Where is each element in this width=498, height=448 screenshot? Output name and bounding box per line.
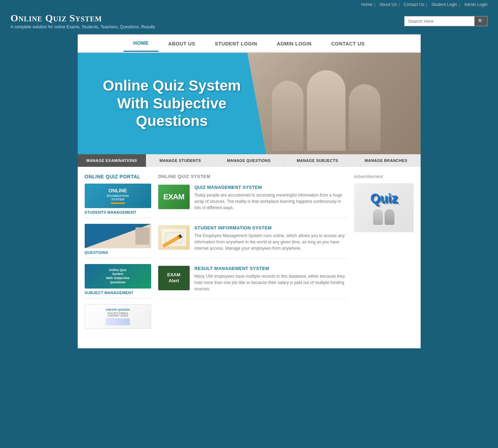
tab-manage-examinations[interactable]: MANAGE EXAMINATIONS: [78, 154, 146, 167]
article-thumb-result: EXAMAlert: [158, 266, 190, 290]
sep2: |: [399, 2, 400, 7]
feature-tabs: MANAGE EXAMINATIONS MANAGE STUDENTS MANA…: [78, 154, 421, 167]
article-title-quiz-mgmt: QUIZ MANAGEMENT SYSTEM: [195, 185, 347, 190]
article-body-result-mgmt: RESULT MANAGEMENT SYSTEM Many UW employe…: [195, 266, 347, 292]
topbar-home-link[interactable]: Home: [361, 2, 372, 7]
figure-left: [373, 209, 383, 225]
tab-manage-subjects[interactable]: MANAGE SUBJECTS: [283, 154, 352, 167]
topbar-about-link[interactable]: About Us: [379, 2, 397, 7]
sidebar-thumb-questions: [85, 224, 151, 248]
article-text-student-info: The Employee Management System runs onli…: [195, 233, 347, 251]
article-result-mgmt: EXAMAlert RESULT MANAGEMENT SYSTEM Many …: [158, 266, 347, 299]
sidebar-thumb-quiz-inner: Online Quiz System With Subjective Quest…: [105, 267, 131, 286]
quiz-3d-text: Quiz: [370, 191, 398, 205]
thumb-exam-text: EXAM: [163, 192, 184, 201]
figure-right: [385, 209, 394, 225]
sidebar-thumb-marketing-inner: CREATE QUIZZES COLLECT EMAILS CONVERT LE…: [104, 307, 131, 327]
sidebar-label-students: STUDENTS MANAGEMENT: [85, 210, 151, 214]
nav-admin-login[interactable]: ADMIN LOGIN: [267, 36, 322, 51]
article-title-student-info: STUDENT INFORMATION SYSTEM: [195, 225, 347, 230]
article-quiz-mgmt: EXAM QUIZ MANAGEMENT SYSTEM Today people…: [158, 185, 347, 218]
site-title: Online Quiz System: [10, 13, 155, 24]
sidebar-portal-title: ONLINE QUIZ PORTAL: [85, 174, 151, 179]
nav-contact[interactable]: CONTACT US: [321, 36, 374, 51]
ad-title: Adversitement: [354, 174, 414, 179]
left-sidebar: ONLINE QUIZ PORTAL ONLINE EXAMINATION SY…: [85, 174, 151, 334]
tab-manage-branches[interactable]: MANAGE BRANCHES: [352, 154, 421, 167]
sidebar-label-questions: QUESTIONS: [85, 250, 151, 255]
right-sidebar: Adversitement Quiz: [354, 174, 414, 334]
article-student-info: STUDENT INFORMATION SYSTEM The Employee …: [158, 225, 347, 259]
section-title: ONLINE QUIZ SYSTEM: [158, 174, 347, 179]
sidebar-item-students: ONLINE EXAMINATION SYSTEM STUDENTS MANAG…: [85, 184, 151, 218]
sidebar-item-extra: CREATE QUIZZES COLLECT EMAILS CONVERT LE…: [85, 304, 151, 329]
article-text-result-mgmt: Many UW employees have multiple records …: [195, 273, 347, 292]
tab-manage-questions[interactable]: MANAGE QUESTIONS: [215, 154, 283, 167]
tab-manage-students[interactable]: MANAGE STUDENTS: [146, 154, 215, 167]
logo-area: Online Quiz System A complete solution f…: [10, 13, 155, 29]
topbar-student-login-link[interactable]: Student Login: [431, 2, 457, 7]
middle-content: ONLINE QUIZ SYSTEM EXAM QUIZ MANAGEMENT …: [158, 174, 347, 334]
main-nav: HOME ABOUT US STUDENT LOGIN ADMIN LOGIN …: [78, 34, 421, 53]
chalkboard-text: EXAMAlert: [167, 272, 181, 284]
site-tagline: A complete solution for online Exams, St…: [10, 24, 155, 29]
topbar-contact-link[interactable]: Contact Us: [404, 2, 424, 7]
hero-banner: Online Quiz System With Subjective Quest…: [78, 53, 421, 154]
top-bar: Home | About Us | Contact Us | Student L…: [0, 0, 498, 9]
search-input[interactable]: [404, 16, 474, 26]
sidebar-thumb-students: ONLINE EXAMINATION SYSTEM: [85, 184, 151, 208]
nav-home[interactable]: HOME: [124, 35, 159, 52]
banner-headline: Online Quiz System With Subjective Quest…: [88, 77, 256, 130]
sidebar-thumb-marketing: CREATE QUIZZES COLLECT EMAILS CONVERT LE…: [85, 304, 151, 329]
topbar-admin-login-link[interactable]: Admin Login: [464, 2, 488, 7]
content-area: ONLINE QUIZ PORTAL ONLINE EXAMINATION SY…: [78, 167, 421, 341]
sidebar-label-subjects: SUBJECT MANAGEMENT: [85, 291, 151, 295]
nav-about[interactable]: ABOUT US: [159, 36, 205, 51]
banner-left: Online Quiz System With Subjective Quest…: [78, 53, 266, 154]
article-body-student-info: STUDENT INFORMATION SYSTEM The Employee …: [195, 225, 347, 251]
sidebar-thumb-subjects: Online Quiz System With Subjective Quest…: [85, 264, 151, 289]
article-thumb-student: [158, 225, 190, 250]
article-body-quiz-mgmt: QUIZ MANAGEMENT SYSTEM Today people are …: [195, 185, 347, 211]
article-title-result-mgmt: RESULT MANAGEMENT SYSTEM: [195, 266, 347, 271]
sep3: |: [426, 2, 427, 7]
header: Online Quiz System A complete solution f…: [0, 9, 498, 34]
article-text-quiz-mgmt: Today people are accustomed to accessing…: [195, 192, 347, 211]
sep4: |: [459, 2, 460, 7]
article-thumb-exam: EXAM: [158, 185, 190, 209]
search-button[interactable]: 🔍: [474, 16, 488, 26]
sidebar-item-subjects: Online Quiz System With Subjective Quest…: [85, 264, 151, 299]
nav-student-login[interactable]: STUDENT LOGIN: [205, 36, 267, 51]
search-box: 🔍: [404, 16, 488, 26]
main-container: HOME ABOUT US STUDENT LOGIN ADMIN LOGIN …: [78, 34, 421, 348]
sidebar-thumb-exam-content: ONLINE EXAMINATION SYSTEM: [105, 186, 130, 206]
ad-figures: [373, 209, 394, 225]
sep1: |: [374, 2, 376, 7]
sidebar-item-questions: QUESTIONS: [85, 224, 151, 258]
ad-box: Quiz: [354, 183, 414, 232]
